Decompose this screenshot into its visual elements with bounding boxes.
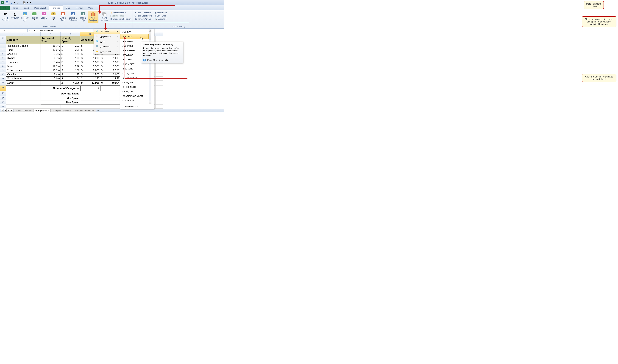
name-box[interactable]: D13 ▼ [0, 29, 27, 32]
scroll-up-icon[interactable]: ▲ [149, 29, 151, 32]
logical-button[interactable]: ? Logical ▼ [39, 11, 49, 21]
cell[interactable] [156, 81, 163, 86]
cell[interactable] [156, 96, 163, 100]
header-monthly[interactable]: Monthly Spend [61, 36, 80, 44]
summary-value-average_spend[interactable] [80, 91, 100, 96]
undo-icon[interactable] [9, 1, 13, 5]
cell-percent[interactable]: 16.7% [41, 44, 61, 48]
tab-home[interactable]: Home [10, 6, 21, 10]
define-name-button[interactable]: 🏷️Define Name ▼ [110, 11, 131, 14]
totals-ly[interactable]: $18,258 [100, 81, 120, 86]
tab-review[interactable]: Review [73, 6, 86, 10]
function-confidence-norm[interactable]: CONFIDENCE.NORM [120, 94, 149, 98]
sheet-tab-mortgage-payments[interactable]: Mortgage Payments [51, 109, 73, 113]
insert-function-link[interactable]: fx Insert Function... [120, 104, 154, 109]
function-confidence-t[interactable]: CONFIDENCE.T [120, 98, 149, 103]
sheet-first-icon[interactable]: ◂ [1, 109, 3, 112]
row-header-7[interactable]: 7 [0, 60, 6, 64]
summary-label-average_spend[interactable]: Average Spend [41, 91, 80, 96]
enter-icon[interactable]: ✓ [31, 29, 33, 32]
scroll-down-icon[interactable]: ▼ [149, 101, 151, 104]
trace-precedents-button[interactable]: ↗Trace Precedents [134, 11, 154, 14]
cell-monthly[interactable]: $125 [61, 52, 80, 56]
fx-icon[interactable]: fx [34, 29, 35, 32]
math-trig-button[interactable]: θ Math & Trig ▼ [79, 11, 88, 23]
row-header-11[interactable]: 11 [0, 76, 6, 80]
new-sheet-icon[interactable]: ✧ [97, 109, 99, 112]
cell-monthly[interactable]: $292 [61, 64, 80, 68]
sheet-next-icon[interactable]: ▸ [7, 109, 10, 112]
formula-input[interactable]: =COUNT(D3:D11) [36, 29, 53, 32]
menu-item-engineering[interactable]: 📐Engineering▶ [94, 34, 120, 39]
cell-annual[interactable]: $1,500 [80, 60, 100, 64]
cell-percent[interactable]: 11.1% [41, 68, 61, 72]
excel-icon[interactable]: X [1, 1, 4, 5]
totals-label[interactable]: Totals [6, 81, 41, 86]
sheet-prev-icon[interactable]: ◂ [4, 109, 7, 112]
cell-category[interactable]: Household Utilities [6, 44, 41, 48]
cell[interactable] [6, 104, 41, 109]
cell[interactable] [41, 104, 61, 109]
function-avedev[interactable]: AVEDEV [120, 30, 149, 34]
function-chisq-inv-rt[interactable]: CHISQ.INV.RT [120, 85, 149, 89]
column-header-A[interactable]: A [6, 32, 40, 36]
tab-insert[interactable]: Insert [21, 6, 32, 10]
summary-label-max_spend[interactable]: Max Spend [41, 100, 80, 104]
header-pct[interactable]: Percent of Total [41, 36, 61, 44]
cell[interactable] [61, 104, 80, 109]
cell-monthly[interactable]: $104 [61, 77, 80, 81]
row-header-16[interactable]: 16 [0, 100, 6, 104]
cell-category[interactable]: Entertainment [6, 68, 41, 72]
remove-arrows-button[interactable]: ⌫Remove Arrows ▼ [134, 18, 154, 20]
tab-data[interactable]: Data [63, 6, 73, 10]
caret-down-icon[interactable]: ▼ [27, 2, 28, 3]
cell-percent[interactable]: 8.4% [41, 72, 61, 77]
caret-down-icon[interactable]: ▼ [20, 2, 22, 3]
row-header-6[interactable]: 6 [0, 56, 6, 60]
sheet-tab-budget-summary[interactable]: Budget Summary [13, 109, 33, 113]
cell-category[interactable]: Clothes [6, 56, 41, 60]
cell-category[interactable]: Vacation [6, 72, 41, 77]
cell-category[interactable]: Miscellaneous [6, 77, 41, 81]
cell[interactable] [156, 86, 163, 91]
row-header-13[interactable]: 13 [0, 86, 6, 91]
cell[interactable] [6, 100, 41, 104]
cell[interactable] [100, 91, 120, 96]
redo-icon[interactable] [16, 1, 20, 5]
select-all-corner[interactable] [0, 32, 6, 36]
evaluate-formula-button[interactable]: 🔍Evaluate F [154, 18, 167, 20]
caret-down-icon[interactable]: ▼ [14, 2, 15, 3]
cell[interactable] [6, 86, 41, 91]
cell[interactable] [156, 104, 163, 109]
error-checking-button[interactable]: ⚠Error Chec [154, 14, 167, 17]
tab-file[interactable]: File [0, 6, 10, 10]
column-header-C[interactable]: C [61, 32, 80, 36]
menu-item-information[interactable]: ℹ️Information▶ [94, 44, 120, 49]
column-header-B[interactable]: B [40, 32, 61, 36]
cell-percent[interactable]: 19.5% [41, 64, 61, 68]
row-header-5[interactable]: 5 [0, 52, 6, 56]
recently-used-button[interactable]: Recently Used ▼ [20, 11, 30, 23]
header-cat[interactable]: Category [6, 36, 41, 44]
cell-monthly[interactable]: $125 [61, 72, 80, 77]
cell[interactable] [6, 91, 41, 96]
show-formulas-button[interactable]: ▦Show Form [154, 11, 167, 14]
financial-button[interactable]: $ Financial ▼ [30, 11, 39, 21]
totals-m[interactable]: $1,496 [61, 81, 80, 86]
sheet-last-icon[interactable]: ▸ [10, 109, 13, 112]
autosum-button[interactable]: Σ AutoSum ▼ [10, 11, 20, 21]
save-icon[interactable] [5, 1, 9, 5]
cell[interactable] [156, 68, 163, 72]
cell-annual[interactable]: $1,200 [80, 56, 100, 60]
totals-a[interactable]: $17,950 [80, 81, 100, 86]
cell-category[interactable]: Insurance [6, 60, 41, 64]
function-chisq-test[interactable]: CHISQ.TEST [120, 89, 149, 94]
qat-customize-icon[interactable]: ▼ [29, 1, 33, 5]
cell[interactable] [41, 81, 61, 86]
cell-category[interactable]: Food [6, 48, 41, 52]
sheet-tab-budget-detail[interactable]: Budget Detail [33, 109, 51, 113]
cell-monthly[interactable]: $167 [61, 68, 80, 72]
row-header-2[interactable]: 2 [0, 36, 6, 44]
row-header-3[interactable]: 3 [0, 44, 6, 48]
cell-annual[interactable]: $1,500 [80, 72, 100, 77]
